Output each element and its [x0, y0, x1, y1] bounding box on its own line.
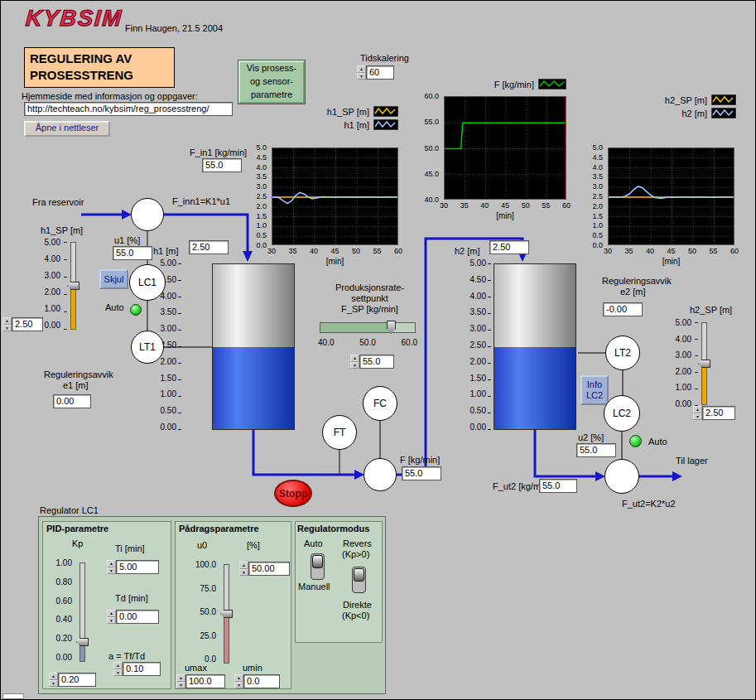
h2-sp-field[interactable]: 2.50: [702, 406, 735, 420]
spinner-arrows[interactable]: ▲▼: [234, 674, 243, 688]
spinner-arrows[interactable]: ▲▼: [49, 673, 58, 687]
tick-label: 0.00: [161, 423, 176, 432]
spinner-arrows[interactable]: ▲▼: [239, 562, 248, 576]
f-ut2-field: 55.0: [539, 479, 577, 493]
open-browser-button[interactable]: Åpne i nettleser: [24, 121, 110, 137]
tank1: [212, 263, 295, 430]
kp-control[interactable]: ▲▼ 0.20: [49, 673, 96, 687]
spinner-up-icon[interactable]: ▲: [107, 610, 116, 617]
tidskalering-label: Tidskalering: [360, 53, 409, 63]
revers-label-line2: (Kp>0): [342, 549, 369, 559]
h2-sp-ticks: [695, 322, 698, 406]
tick-label: 3.00: [45, 272, 60, 280]
tank1-liquid: [213, 347, 294, 430]
y-tick-label: 2.0: [592, 203, 603, 210]
spinner-down-icon[interactable]: ▼: [176, 682, 185, 689]
u0-control[interactable]: ▲▼ 50.00: [239, 562, 290, 576]
ti-label: Ti [min]: [115, 543, 145, 553]
legend-row: h1 [m]: [295, 119, 398, 130]
spinner-down-icon[interactable]: ▼: [107, 617, 116, 625]
x-tick-label: 45: [667, 248, 675, 255]
auto-manuell-toggle[interactable]: [311, 553, 325, 580]
u0-field[interactable]: 50.00: [248, 562, 290, 576]
h1-sp-slider-handle[interactable]: [67, 282, 79, 290]
auto2-led: [629, 435, 642, 447]
spinner-down-icon[interactable]: ▼: [49, 680, 58, 688]
spinner-down-icon[interactable]: ▼: [239, 569, 248, 577]
stopp-button[interactable]: Stopp: [274, 480, 312, 507]
spinner-up-icon[interactable]: ▲: [357, 65, 366, 73]
spinner-arrows[interactable]: ▲▼: [357, 65, 366, 80]
td-field[interactable]: 0.00: [116, 610, 159, 624]
kybsim-window: KYBSIM Finn Haugen, 21.5 2004 REGULERING…: [0, 0, 756, 700]
spinner-up-icon[interactable]: ▲: [2, 317, 12, 325]
fc-controller: FC: [363, 386, 397, 421]
spinner-up-icon[interactable]: ▲: [350, 355, 359, 362]
tick-label: 4.00: [470, 292, 486, 301]
homepage-url-field[interactable]: http://techteach.no/kybsim/reg_prosesstr…: [24, 102, 233, 116]
f-sp-slider[interactable]: [320, 322, 416, 333]
spinner-arrows[interactable]: ▲▼: [176, 674, 185, 688]
show-params-button[interactable]: Vis prosess- og sensor- parametre: [238, 60, 305, 104]
spinner-arrows[interactable]: ▲▼: [2, 317, 12, 331]
h2-sp-slider-handle[interactable]: [698, 360, 710, 368]
spinner-down-icon[interactable]: ▼: [107, 567, 116, 575]
x-tick-label: 60: [394, 248, 402, 255]
tidskalering-field[interactable]: 60: [366, 65, 394, 80]
tick-label: 2.00: [470, 358, 486, 366]
title-line2: PROSESSTRENG: [30, 67, 169, 84]
spinner-down-icon[interactable]: ▼: [2, 325, 12, 332]
spinner-up-icon[interactable]: ▲: [239, 562, 248, 569]
td-control[interactable]: ▲▼ 0.00: [107, 610, 159, 624]
avvik1-label-line1: Reguleringsavvik: [44, 369, 113, 379]
toggle-knob[interactable]: [312, 555, 323, 568]
kp-slider[interactable]: [79, 562, 85, 662]
spinner-up-icon[interactable]: ▲: [107, 560, 116, 567]
ti-control[interactable]: ▲▼ 5.00: [107, 560, 159, 574]
revers-direkte-toggle[interactable]: [352, 567, 366, 593]
chart2-legend: F [kg/min]: [459, 79, 566, 89]
h1-sp-field[interactable]: 2.50: [12, 317, 43, 331]
tick-label: 0.00: [56, 654, 72, 662]
a-field[interactable]: 0.10: [123, 662, 161, 676]
spinner-arrows[interactable]: ▲▼: [113, 662, 123, 676]
u1-label: u1 [%]: [114, 235, 140, 245]
spinner-up-icon[interactable]: ▲: [49, 673, 58, 680]
spinner-down-icon[interactable]: ▼: [693, 413, 702, 421]
umax-field[interactable]: 100.0: [185, 674, 225, 688]
spinner-down-icon[interactable]: ▼: [357, 73, 366, 80]
spinner-arrows[interactable]: ▲▼: [107, 560, 116, 574]
spinner-arrows[interactable]: ▲▼: [350, 355, 359, 369]
spinner-down-icon[interactable]: ▼: [350, 362, 359, 369]
y-tick-label: 4.0: [256, 164, 267, 171]
valve3-junction: [604, 459, 639, 494]
spinner-up-icon[interactable]: ▲: [176, 674, 185, 682]
umin-control[interactable]: ▲▼ 0.0: [234, 674, 280, 688]
h2-sp-control[interactable]: ▲▼ 2.50: [693, 406, 735, 420]
y-tick-label: 5.0: [592, 144, 603, 152]
h1-sp-control[interactable]: ▲▼ 2.50: [2, 317, 43, 331]
kp-field[interactable]: 0.20: [58, 673, 96, 687]
spinner-up-icon[interactable]: ▲: [693, 406, 702, 413]
spinner-arrows[interactable]: ▲▼: [107, 610, 116, 624]
skjul-button[interactable]: Skjul: [99, 269, 128, 289]
spinner-arrows[interactable]: ▲▼: [693, 406, 702, 420]
tick-label: 25.0: [200, 632, 216, 640]
spinner-up-icon[interactable]: ▲: [234, 674, 243, 682]
a-control[interactable]: ▲▼ 0.10: [113, 662, 161, 676]
y-tick-label: 4.5: [256, 154, 267, 162]
umin-field[interactable]: 0.0: [243, 674, 280, 688]
spinner-up-icon[interactable]: ▲: [113, 662, 123, 669]
tidskalering-control[interactable]: ▲▼ 60: [357, 65, 394, 80]
spinner-down-icon[interactable]: ▼: [113, 669, 123, 677]
e2-field: -0.00: [603, 302, 643, 316]
toggle-knob[interactable]: [354, 568, 364, 582]
pid-header: PID-parametre: [46, 524, 108, 533]
f-sp-field[interactable]: 55.0: [359, 355, 394, 369]
umax-control[interactable]: ▲▼ 100.0: [176, 674, 225, 688]
spinner-down-icon[interactable]: ▼: [234, 682, 243, 689]
ti-field[interactable]: 5.00: [116, 560, 159, 574]
f-sp-control[interactable]: ▲▼ 55.0: [350, 355, 394, 369]
chart2-x-unit: [min]: [444, 211, 566, 220]
info-lc2-button[interactable]: Info LC2: [580, 375, 609, 405]
